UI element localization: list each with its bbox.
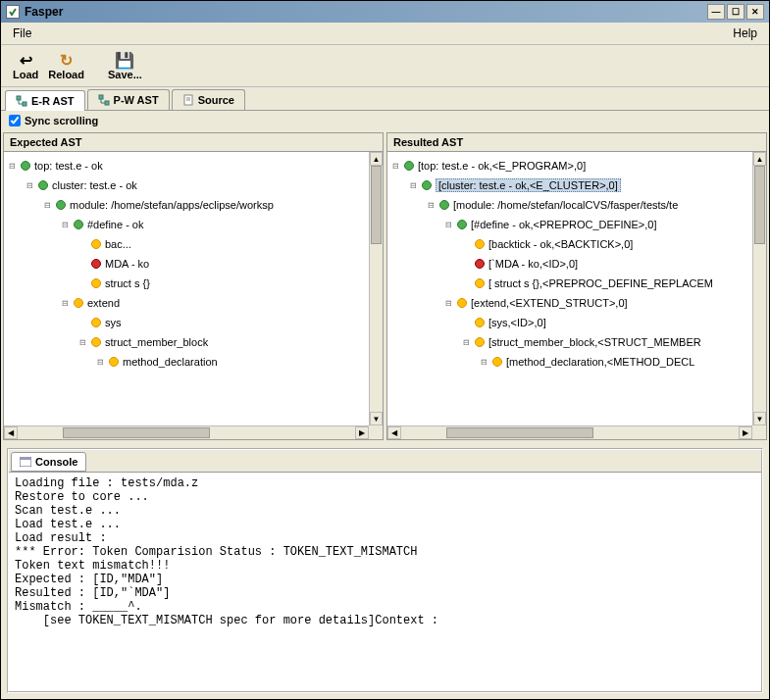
tab-er-ast[interactable]: E-R AST — [5, 90, 85, 111]
tree-row[interactable]: sys — [8, 313, 379, 332]
tree-node-label[interactable]: [backtick - ok,<BACKTICK>,0] — [488, 238, 633, 250]
load-button[interactable]: ↩ Load — [9, 49, 42, 82]
tree-row[interactable]: ⊟method_declaration — [8, 352, 379, 372]
collapse-icon[interactable]: ⊟ — [96, 358, 105, 367]
tree-node-label[interactable]: [sys,<ID>,0] — [488, 317, 546, 328]
tree-node-label[interactable]: [ struct s {},<PREPROC_DEFINE_REPLACEM — [488, 277, 713, 289]
tree-node-label[interactable]: MDA - ko — [105, 258, 149, 270]
collapse-icon[interactable]: ⊟ — [78, 338, 87, 347]
tree-node-label[interactable]: extend — [87, 297, 120, 309]
titlebar[interactable]: Fasper — ☐ ✕ — [1, 1, 769, 23]
expected-title: Expected AST — [4, 133, 383, 152]
yellow-status-icon — [91, 239, 101, 249]
yellow-status-icon — [475, 318, 485, 327]
tree-node-label[interactable]: module: /home/stefan/apps/eclipse/worksp — [70, 199, 274, 211]
tab-source[interactable]: Source — [172, 89, 245, 110]
collapse-icon[interactable]: ⊟ — [427, 201, 436, 210]
tree-node-label[interactable]: bac... — [105, 238, 131, 250]
tree-row[interactable]: MDA - ko — [8, 254, 379, 274]
collapse-icon[interactable]: ⊟ — [444, 299, 453, 308]
tab-pw-ast[interactable]: P-W AST — [87, 89, 170, 110]
tree-row[interactable]: ⊟[struct_member_block,<STRUCT_MEMBER — [391, 332, 762, 352]
sync-scrolling-label: Sync scrolling — [25, 115, 98, 126]
tree-row[interactable]: [`MDA - ko,<ID>,0] — [391, 254, 762, 274]
minimize-button[interactable]: — — [707, 4, 725, 20]
collapse-icon[interactable]: ⊟ — [61, 299, 70, 308]
tree-node-label[interactable]: method_declaration — [123, 356, 218, 368]
tree-node-label[interactable]: [extend,<EXTEND_STRUCT>,0] — [471, 297, 628, 309]
tree-node-label[interactable]: [top: test.e - ok,<E_PROGRAM>,0] — [418, 160, 586, 172]
tree-node-label[interactable]: [cluster: test.e - ok,<E_CLUSTER>,0] — [436, 178, 621, 192]
tree-row[interactable]: [backtick - ok,<BACKTICK>,0] — [391, 234, 762, 254]
leaf-icon — [78, 240, 87, 249]
tree-node-label[interactable]: [struct_member_block,<STRUCT_MEMBER — [488, 336, 701, 348]
tree-row[interactable]: ⊟#define - ok — [8, 215, 379, 234]
expected-hscroll[interactable]: ◀▶ — [4, 425, 369, 439]
svg-rect-1 — [23, 102, 26, 106]
green-status-icon — [422, 180, 432, 190]
collapse-icon[interactable]: ⊟ — [391, 162, 400, 171]
expected-vscroll[interactable]: ▲▼ — [369, 152, 383, 425]
tree-row[interactable]: ⊟[top: test.e - ok,<E_PROGRAM>,0] — [391, 156, 762, 175]
tree-node-label[interactable]: #define - ok — [87, 219, 143, 230]
tree-row[interactable]: ⊟[module: /home/stefan/localCVS/fasper/t… — [391, 195, 762, 215]
tree-row[interactable]: ⊟[extend,<EXTEND_STRUCT>,0] — [391, 293, 762, 313]
tree-node-label[interactable]: struct s {} — [105, 277, 150, 289]
console-tab[interactable]: Console — [11, 452, 86, 472]
yellow-status-icon — [109, 357, 119, 367]
reload-button[interactable]: ↻ Reload — [44, 49, 88, 82]
leaf-icon — [78, 279, 87, 288]
tree-row[interactable]: [ struct s {},<PREPROC_DEFINE_REPLACEM — [391, 274, 762, 293]
tree-node-label[interactable]: sys — [105, 317, 122, 328]
tree-node-label[interactable]: struct_member_block — [105, 336, 208, 348]
tree-node-label[interactable]: [module: /home/stefan/localCVS/fasper/te… — [453, 199, 678, 211]
close-button[interactable]: ✕ — [746, 4, 764, 20]
leaf-icon — [78, 260, 87, 269]
ast-split: Expected AST ⊟top: test.e - ok⊟cluster: … — [1, 130, 769, 442]
menu-help[interactable]: Help — [727, 25, 763, 42]
tree-row[interactable]: ⊟extend — [8, 293, 379, 313]
tab-er-label: E-R AST — [31, 95, 75, 107]
tree-row[interactable]: ⊟[cluster: test.e - ok,<E_CLUSTER>,0] — [391, 175, 762, 195]
resulted-tree[interactable]: ⊟[top: test.e - ok,<E_PROGRAM>,0]⊟[clust… — [387, 152, 766, 439]
sync-scrolling-checkbox[interactable] — [9, 115, 21, 126]
collapse-icon[interactable]: ⊟ — [8, 162, 17, 171]
svg-rect-8 — [20, 457, 31, 460]
tree-row[interactable]: struct s {} — [8, 274, 379, 293]
menu-file[interactable]: File — [7, 25, 37, 42]
yellow-status-icon — [475, 239, 485, 249]
collapse-icon[interactable]: ⊟ — [444, 221, 453, 229]
collapse-icon[interactable]: ⊟ — [462, 338, 471, 347]
tree-node-label[interactable]: [method_declaration,<METHOD_DECL — [506, 356, 694, 368]
tree-row[interactable]: ⊟struct_member_block — [8, 332, 379, 352]
resulted-hscroll[interactable]: ◀▶ — [387, 425, 752, 439]
yellow-status-icon — [74, 298, 83, 308]
save-button[interactable]: 💾 Save... — [104, 49, 146, 82]
svg-rect-2 — [99, 95, 103, 99]
tree-node-label[interactable]: [#define - ok,<PREPROC_DEFINE>,0] — [471, 219, 657, 230]
tree-row[interactable]: ⊟top: test.e - ok — [8, 156, 379, 175]
tree-node-label[interactable]: [`MDA - ko,<ID>,0] — [488, 258, 578, 270]
green-status-icon — [56, 200, 66, 210]
resulted-vscroll[interactable]: ▲▼ — [752, 152, 766, 425]
tree-node-label[interactable]: top: test.e - ok — [34, 160, 103, 172]
collapse-icon[interactable]: ⊟ — [61, 221, 70, 229]
tree-row[interactable]: ⊟[#define - ok,<PREPROC_DEFINE>,0] — [391, 215, 762, 234]
console-output[interactable]: Loading file : tests/mda.z Restore to co… — [9, 472, 761, 691]
tree-row[interactable]: ⊟module: /home/stefan/apps/eclipse/works… — [8, 195, 379, 215]
green-status-icon — [439, 200, 449, 210]
app-icon — [6, 5, 20, 19]
tree-row[interactable]: ⊟[method_declaration,<METHOD_DECL — [391, 352, 762, 372]
tree-row[interactable]: [sys,<ID>,0] — [391, 313, 762, 332]
green-status-icon — [404, 161, 414, 171]
tree-node-label[interactable]: cluster: test.e - ok — [52, 179, 137, 191]
collapse-icon[interactable]: ⊟ — [480, 358, 488, 367]
maximize-button[interactable]: ☐ — [727, 4, 744, 20]
tree-row[interactable]: bac... — [8, 234, 379, 254]
collapse-icon[interactable]: ⊟ — [43, 201, 52, 210]
tree-row[interactable]: ⊟cluster: test.e - ok — [8, 175, 379, 195]
collapse-icon[interactable]: ⊟ — [26, 181, 34, 190]
collapse-icon[interactable]: ⊟ — [409, 181, 418, 190]
load-label: Load — [13, 69, 38, 80]
expected-tree[interactable]: ⊟top: test.e - ok⊟cluster: test.e - ok⊟m… — [4, 152, 383, 439]
